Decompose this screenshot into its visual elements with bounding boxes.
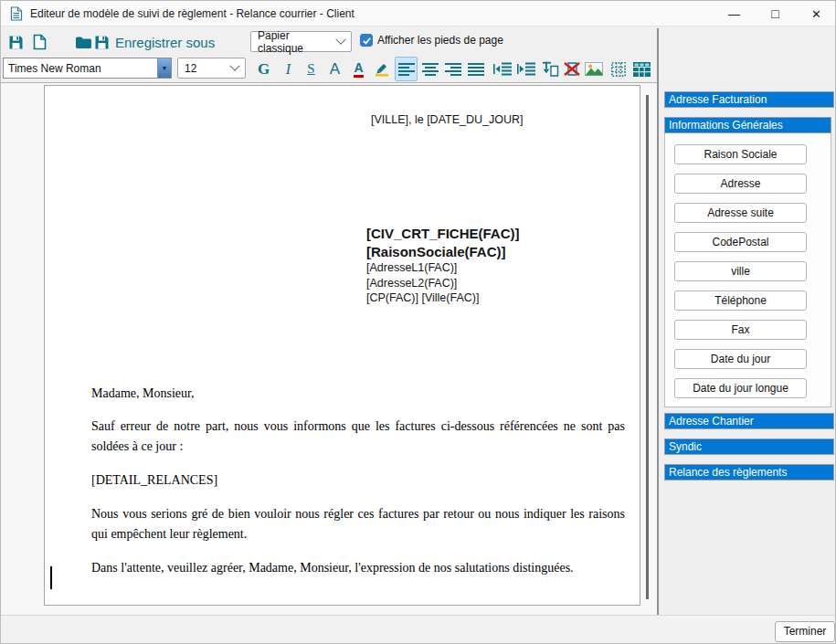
sidebar-section-general-info[interactable]: Informations Générales xyxy=(664,117,831,133)
merge-field-civility[interactable]: [CIV_CRT_FICHE(FAC)] xyxy=(366,225,520,243)
merge-field-address2[interactable]: [AdresseL2(FAC)] xyxy=(366,276,520,291)
check-icon xyxy=(362,36,372,46)
field-button-date-du-jour[interactable]: Date du jour xyxy=(674,349,807,369)
save-as-label: Enregistrer sous xyxy=(115,35,215,50)
field-button-adresse[interactable]: Adresse xyxy=(674,174,807,194)
indent-icon xyxy=(517,62,535,76)
align-left-icon xyxy=(398,63,415,76)
new-document-button[interactable] xyxy=(28,31,50,53)
paragraph-2[interactable]: Nous vous serions gré de bien vouloir no… xyxy=(91,504,625,544)
sidebar-section-payment-reminder[interactable]: Relance des règlements xyxy=(664,464,834,480)
window-controls: — □ ✕ xyxy=(714,1,836,26)
maximize-button[interactable]: □ xyxy=(755,1,796,26)
merge-field-zip-city[interactable]: [CP(FAC)] [Ville(FAC)] xyxy=(366,290,520,306)
show-footers-label: Afficher les pieds de page xyxy=(377,34,503,47)
closing-text[interactable]: Dans l'attente, veuillez agréer, Madame,… xyxy=(91,558,625,578)
folder-icon xyxy=(75,36,92,49)
sidebar-section-syndic[interactable]: Syndic xyxy=(664,438,834,455)
page-break-icon xyxy=(542,61,560,77)
increase-indent-button[interactable] xyxy=(514,57,537,81)
chevron-down-icon xyxy=(335,34,345,44)
remove-page-break-button[interactable] xyxy=(560,57,583,81)
paragraph-1[interactable]: Sauf erreur de notre part, nous vous inf… xyxy=(91,417,625,457)
insert-table-button[interactable] xyxy=(630,57,653,81)
field-button-adresse-suite[interactable]: Adresse suite xyxy=(674,203,807,223)
underline-button[interactable]: S xyxy=(300,57,323,81)
align-center-button[interactable] xyxy=(418,57,441,81)
highlight-color-button[interactable] xyxy=(370,57,393,81)
field-button-code-postal[interactable]: CodePostal xyxy=(674,232,807,252)
chevron-down-icon[interactable]: ▼ xyxy=(157,58,171,78)
align-left-button[interactable] xyxy=(395,57,418,81)
align-center-icon xyxy=(422,63,439,76)
minimize-button[interactable]: — xyxy=(714,1,755,26)
table-icon xyxy=(633,62,651,77)
salutation-text[interactable]: Madame, Monsieur, xyxy=(91,384,625,404)
insert-grid-button[interactable] xyxy=(607,57,630,81)
title-bar: Editeur de modèle de suivi de règlement … xyxy=(1,1,836,26)
text-cursor xyxy=(50,566,52,589)
font-color-button[interactable]: A xyxy=(347,57,370,81)
show-footers-group: Afficher les pieds de page xyxy=(360,34,503,47)
align-justify-icon xyxy=(468,63,484,76)
paper-style-value: Papier classique xyxy=(258,29,337,55)
dotted-table-icon xyxy=(611,62,626,77)
vertical-scrollbar[interactable] xyxy=(646,95,649,599)
application-window: Editeur de modèle de suivi de règlement … xyxy=(0,0,836,644)
floppy-disk-icon xyxy=(94,35,110,50)
font-size-select[interactable]: 12 xyxy=(177,58,246,79)
font-color-label: A xyxy=(354,61,363,78)
document-editor[interactable]: [VILLE], le [DATE_DU_JOUR] [CIV_CRT_FICH… xyxy=(1,83,657,615)
floppy-disk-icon xyxy=(8,35,24,50)
italic-button[interactable]: I xyxy=(277,57,300,81)
outdent-icon xyxy=(493,62,512,76)
merge-field-date-line[interactable]: [VILLE], le [DATE_DU_JOUR] xyxy=(371,113,524,126)
field-button-telephone[interactable]: Téléphone xyxy=(674,290,807,311)
save-button[interactable] xyxy=(5,31,26,53)
align-right-icon xyxy=(445,63,461,76)
field-button-date-du-jour-longue[interactable]: Date du jour longue xyxy=(674,378,807,398)
bold-button[interactable]: G xyxy=(252,57,275,81)
merge-field-detail-relances[interactable]: [DETAIL_RELANCES] xyxy=(91,470,625,491)
decrease-indent-button[interactable] xyxy=(491,57,513,81)
bottom-bar: Terminer xyxy=(1,615,836,644)
font-button[interactable]: A xyxy=(323,57,346,81)
merge-field-company[interactable]: [RaisonSociale(FAC)] xyxy=(366,243,520,261)
font-size-value: 12 xyxy=(185,62,196,75)
open-folder-button[interactable] xyxy=(72,31,94,53)
align-right-button[interactable] xyxy=(441,57,464,81)
app-document-icon xyxy=(9,6,24,21)
align-justify-button[interactable] xyxy=(464,57,487,81)
blank-page-icon xyxy=(33,34,47,50)
show-footers-checkbox[interactable] xyxy=(360,34,373,47)
sidebar-section-billing-address[interactable]: Adresse Facturation xyxy=(664,91,834,108)
merge-field-address1[interactable]: [AdresseL1(FAC)] xyxy=(366,260,520,276)
image-icon xyxy=(585,62,603,76)
font-family-combo[interactable]: Times New Roman ▼ xyxy=(3,58,172,79)
paper-style-select[interactable]: Papier classique xyxy=(250,31,352,52)
save-as-button[interactable]: Enregistrer sous xyxy=(94,30,215,54)
letter-page[interactable]: [VILLE], le [DATE_DU_JOUR] [CIV_CRT_FICH… xyxy=(44,85,640,606)
field-button-raison-sociale[interactable]: Raison Sociale xyxy=(674,144,807,164)
no-page-break-icon xyxy=(563,61,581,77)
finish-button[interactable]: Terminer xyxy=(775,621,835,642)
chevron-down-icon xyxy=(229,60,239,70)
font-family-value: Times New Roman xyxy=(4,62,157,75)
insert-image-button[interactable] xyxy=(582,57,605,81)
letter-body[interactable]: Madame, Monsieur, Sauf erreur de notre p… xyxy=(91,384,625,578)
highlighter-pen-icon xyxy=(375,61,389,77)
field-button-fax[interactable]: Fax xyxy=(674,320,807,340)
field-button-ville[interactable]: ville xyxy=(674,261,807,281)
recipient-address-block[interactable]: [CIV_CRT_FICHE(FAC)] [RaisonSociale(FAC)… xyxy=(366,225,520,306)
window-title: Editeur de modèle de suivi de règlement … xyxy=(30,7,355,20)
panel-divider xyxy=(657,28,659,615)
sidebar-section-site-address[interactable]: Adresse Chantier xyxy=(664,413,834,429)
close-button[interactable]: ✕ xyxy=(796,1,836,26)
insert-page-break-button[interactable] xyxy=(539,57,562,81)
